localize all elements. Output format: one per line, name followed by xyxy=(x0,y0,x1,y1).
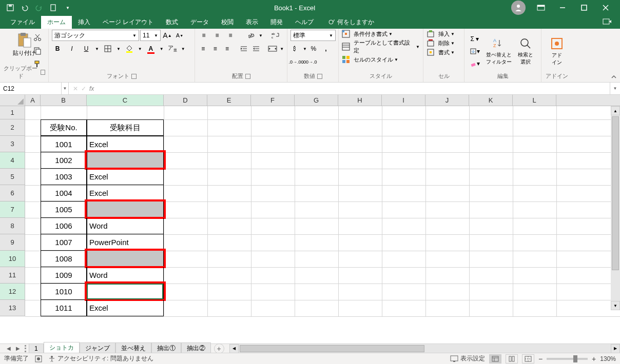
new-file-button[interactable] xyxy=(47,2,60,14)
align-right-button[interactable]: ≡ xyxy=(222,43,232,54)
vscroll-thumb[interactable] xyxy=(612,116,619,270)
merge-dropdown[interactable]: ▼ xyxy=(280,47,284,51)
cell-B6[interactable]: 1004 xyxy=(41,185,87,201)
clipboard-dialog-launcher[interactable] xyxy=(41,70,45,75)
align-left-button[interactable]: ≡ xyxy=(198,43,208,54)
tab-数式[interactable]: 数式 xyxy=(160,16,184,29)
fill-color-button[interactable] xyxy=(124,43,135,54)
minimize-button[interactable] xyxy=(552,1,573,15)
insert-function-button[interactable]: fx xyxy=(89,85,94,92)
col-header-A[interactable]: A xyxy=(25,95,41,106)
save-button[interactable] xyxy=(4,2,16,14)
fill-button[interactable]: ▾ xyxy=(468,46,482,57)
tab-表示[interactable]: 表示 xyxy=(240,16,264,29)
sheet-nav-prev[interactable]: ◀ xyxy=(4,344,13,353)
comma-button[interactable]: , xyxy=(320,43,332,54)
insert-cells-button[interactable]: 挿入 ▼ xyxy=(427,30,461,38)
zoom-level[interactable]: 130% xyxy=(600,355,616,362)
align-center-button[interactable]: ≡ xyxy=(210,43,220,54)
tab-ヘルプ[interactable]: ヘルプ xyxy=(289,16,320,29)
name-box[interactable]: C12 xyxy=(0,83,62,94)
tab-ホーム[interactable]: ホーム xyxy=(41,16,72,29)
normal-view-button[interactable] xyxy=(489,354,501,363)
font-size-combo[interactable]: 11▼ xyxy=(140,30,161,41)
align-middle-button[interactable]: ≡ xyxy=(211,30,223,41)
cell-styles-button[interactable]: セルのスタイル ▼ xyxy=(342,55,420,64)
cell-C8[interactable]: Word xyxy=(87,218,164,234)
phonetic-dropdown[interactable]: ▼ xyxy=(181,47,185,51)
increase-indent-button[interactable] xyxy=(251,43,261,54)
row-header-7[interactable]: 7 xyxy=(0,201,25,218)
cell-B4[interactable]: 1002 xyxy=(41,152,87,169)
page-break-view-button[interactable] xyxy=(522,354,534,363)
copy-button[interactable] xyxy=(32,45,43,56)
qat-dropdown[interactable]: ▼ xyxy=(62,2,74,14)
italic-button[interactable]: I xyxy=(66,43,78,54)
sheet-tab-ジャンプ[interactable]: ジャンプ xyxy=(80,342,115,354)
col-header-D[interactable]: D xyxy=(164,95,207,106)
tab-データ[interactable]: データ xyxy=(184,16,215,29)
merge-button[interactable] xyxy=(268,43,278,54)
undo-button[interactable] xyxy=(18,2,31,14)
increase-font-button[interactable]: A▲ xyxy=(162,30,173,41)
font-dialog-launcher[interactable] xyxy=(131,74,137,79)
align-dialog-launcher[interactable] xyxy=(245,74,250,79)
underline-button[interactable]: U xyxy=(81,43,92,54)
tell-me-input[interactable]: 何をしますか xyxy=(325,16,377,29)
orientation-button[interactable]: ab xyxy=(245,30,257,41)
share-icon[interactable] xyxy=(603,17,612,26)
col-header-K[interactable]: K xyxy=(469,95,513,106)
find-select-button[interactable]: 検索と 選択 xyxy=(516,35,535,68)
font-color-dropdown[interactable]: ▼ xyxy=(160,47,164,51)
percent-button[interactable]: % xyxy=(308,43,319,54)
border-dropdown[interactable]: ▼ xyxy=(117,47,121,51)
vscroll-up-button[interactable]: ▲ xyxy=(611,106,620,115)
format-cells-button[interactable]: 書式 ▼ xyxy=(427,48,461,56)
cell-C10[interactable] xyxy=(87,251,164,267)
display-settings-button[interactable]: 表示設定 xyxy=(450,354,485,363)
col-header-F[interactable]: F xyxy=(251,95,295,106)
sheet-tab-並べ替え[interactable]: 並べ替え xyxy=(115,342,151,354)
sheet-tab-抽出②[interactable]: 抽出② xyxy=(181,342,211,354)
row-header-10[interactable]: 10 xyxy=(0,251,25,267)
sheet-tab-抽出①[interactable]: 抽出① xyxy=(151,342,181,354)
currency-button[interactable]: ₿ xyxy=(290,43,302,54)
underline-dropdown[interactable]: ▼ xyxy=(95,47,99,51)
cell-C4[interactable] xyxy=(87,152,164,169)
cell-C13[interactable]: Excel xyxy=(87,300,164,316)
cell-B10[interactable]: 1008 xyxy=(41,251,87,267)
format-as-table-button[interactable]: テーブルとして書式設定 ▼ xyxy=(342,39,420,54)
close-button[interactable] xyxy=(595,1,616,15)
number-format-combo[interactable]: 標準▼ xyxy=(290,30,336,41)
name-box-dropdown[interactable]: ▼ xyxy=(62,83,69,94)
row-header-13[interactable]: 13 xyxy=(0,300,25,316)
accessibility-status[interactable]: アクセシビリティ: 問題ありません xyxy=(48,354,153,363)
page-layout-view-button[interactable] xyxy=(506,354,518,363)
tab-ファイル[interactable]: ファイル xyxy=(4,16,41,29)
phonetic-button[interactable]: ア亜 xyxy=(167,43,178,54)
col-header-I[interactable]: I xyxy=(382,95,425,106)
format-painter-button[interactable] xyxy=(32,58,43,70)
redo-button[interactable] xyxy=(33,2,45,14)
font-color-button[interactable]: A xyxy=(145,43,157,54)
clear-button[interactable]: ▾ xyxy=(468,58,482,69)
cell-B5[interactable]: 1003 xyxy=(41,169,87,185)
horizontal-scrollbar[interactable]: ◀ ▶ xyxy=(229,344,620,353)
row-header-2[interactable]: 2 xyxy=(0,119,25,136)
orientation-dropdown[interactable]: ▼ xyxy=(259,33,263,38)
cell-B2[interactable]: 受験No. xyxy=(41,119,87,136)
zoom-slider-thumb[interactable] xyxy=(573,355,577,362)
col-header-J[interactable]: J xyxy=(425,95,469,106)
cell-C11[interactable]: Word xyxy=(87,267,164,284)
hscroll-thumb[interactable] xyxy=(240,345,424,352)
select-all-button[interactable] xyxy=(0,95,25,106)
wrap-text-button[interactable]: abc xyxy=(270,30,281,41)
col-header-E[interactable]: E xyxy=(207,95,251,106)
row-header-6[interactable]: 6 xyxy=(0,185,25,201)
conditional-format-button[interactable]: 条件付き書式 ▼ xyxy=(342,30,420,38)
sheet-nav-next[interactable]: ▶ xyxy=(13,344,23,353)
cell-B3[interactable]: 1001 xyxy=(41,136,87,152)
vscroll-down-button[interactable]: ▼ xyxy=(611,301,620,310)
cell-B11[interactable]: 1009 xyxy=(41,267,87,284)
addins-button[interactable]: アド イン xyxy=(548,34,566,68)
